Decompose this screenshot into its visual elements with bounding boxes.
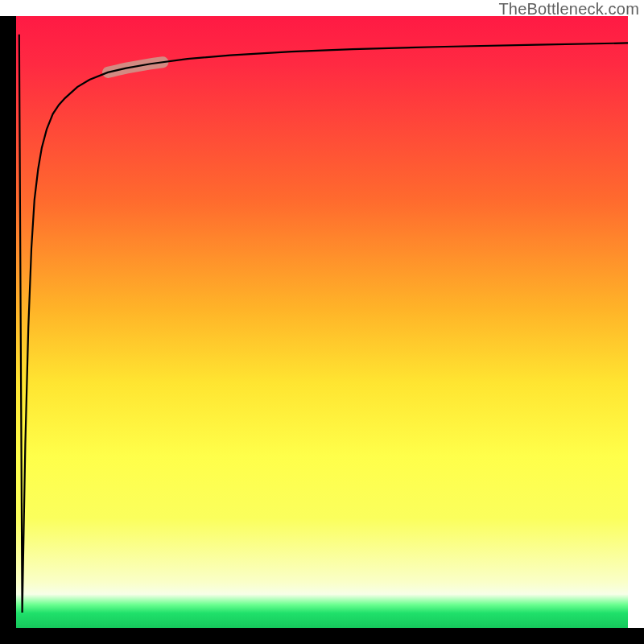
attribution-label: TheBottleneck.com xyxy=(498,0,639,19)
y-axis xyxy=(0,16,16,628)
plot-background-gradient xyxy=(16,16,628,628)
chart-frame: TheBottleneck.com xyxy=(0,0,644,644)
x-axis xyxy=(0,628,644,644)
